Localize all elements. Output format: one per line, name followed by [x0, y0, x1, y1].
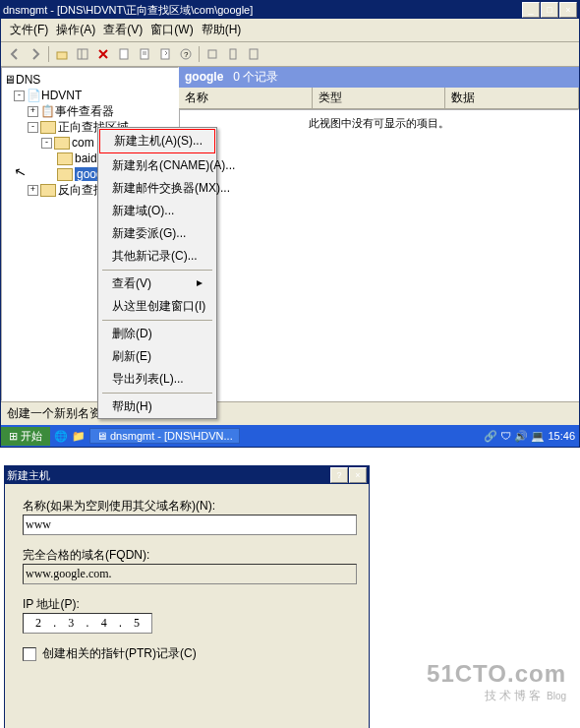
svg-rect-3: [120, 49, 128, 59]
svg-rect-0: [57, 52, 67, 59]
context-menu: 新建主机(A)(S)... 新建别名(CNAME)(A)... 新建邮件交换器(…: [97, 127, 217, 419]
name-input[interactable]: [23, 515, 357, 535]
ptr-label: 创建相关的指针(PTR)记录(C): [42, 645, 197, 662]
tray-time[interactable]: 15:46: [548, 430, 575, 442]
menu-view[interactable]: 查看(V): [100, 21, 145, 39]
svg-rect-5: [161, 49, 169, 59]
system-tray: 🔗 🛡 🔊 💻 15:46: [480, 430, 579, 443]
taskbar-task[interactable]: 🖥 dnsmgmt - [DNS\HDVN...: [89, 428, 240, 444]
start-button[interactable]: ⊞ 开始: [1, 427, 50, 446]
ip-input[interactable]: . . .: [23, 613, 152, 634]
svg-rect-9: [230, 49, 236, 59]
empty-message: 此视图中没有可显示的项目。: [309, 117, 449, 129]
quicklaunch-explorer-icon[interactable]: 📁: [72, 430, 86, 443]
column-headers: 名称 类型 数据: [179, 88, 579, 109]
svg-rect-1: [78, 49, 87, 59]
ip-label: IP 地址(P):: [23, 596, 351, 613]
tool-button-3[interactable]: [244, 44, 263, 64]
tool-button-2[interactable]: [223, 44, 243, 64]
fqdn-label: 完全合格的域名(FQDN):: [23, 547, 351, 564]
ip-octet-4[interactable]: [122, 614, 151, 633]
menu-new-other[interactable]: 其他新记录(C)...: [98, 245, 216, 268]
mmc-window: dnsmgmt - [DNS\HDVNT\正向查找区域\com\google] …: [0, 0, 580, 448]
status-bar: 创建一个新别名资源记录。: [1, 401, 579, 425]
ip-octet-1[interactable]: [24, 614, 53, 633]
taskbar: ⊞ 开始 🌐 📁 🖥 dnsmgmt - [DNS\HDVN... 🔗 🛡 🔊 …: [1, 425, 579, 447]
menu-refresh[interactable]: 刷新(E): [98, 345, 216, 368]
tray-icon[interactable]: 🔗: [484, 430, 497, 443]
menu-export[interactable]: 导出列表(L)...: [98, 368, 216, 391]
svg-rect-10: [250, 49, 258, 59]
fqdn-input: [23, 564, 357, 584]
tray-icon[interactable]: 🛡: [500, 430, 511, 442]
help-button[interactable]: ?: [330, 467, 348, 483]
toolbar: ?: [1, 42, 579, 67]
window-title: dnsmgmt - [DNS\HDVNT\正向查找区域\com\google]: [3, 3, 253, 18]
svg-text:?: ?: [184, 50, 189, 59]
maximize-button[interactable]: □: [541, 2, 558, 18]
ptr-checkbox[interactable]: [23, 647, 36, 661]
menu-action[interactable]: 操作(A): [53, 21, 98, 39]
name-label: 名称(如果为空则使用其父域名称)(N):: [23, 498, 351, 515]
col-type[interactable]: 类型: [313, 88, 446, 108]
minimize-button[interactable]: _: [522, 2, 540, 18]
tree-server[interactable]: -📄 HDVNT: [4, 88, 176, 103]
titlebar: dnsmgmt - [DNS\HDVNT\正向查找区域\com\google] …: [1, 1, 579, 19]
menu-new-window[interactable]: 从这里创建窗口(I): [98, 295, 216, 318]
new-host-dialog: 新建主机 ? × 名称(如果为空则使用其父域名称)(N): 完全合格的域名(FQ…: [4, 465, 370, 728]
ip-octet-2[interactable]: [56, 614, 86, 633]
menubar: 文件(F) 操作(A) 查看(V) 窗口(W) 帮助(H): [1, 19, 579, 42]
back-button[interactable]: [5, 44, 25, 64]
dialog-title: 新建主机: [7, 468, 50, 483]
quicklaunch-icon[interactable]: 🌐: [54, 430, 68, 443]
menu-window[interactable]: 窗口(W): [147, 21, 196, 39]
col-name[interactable]: 名称: [179, 88, 313, 108]
dialog-titlebar: 新建主机 ? ×: [5, 466, 369, 484]
close-button[interactable]: ×: [559, 2, 577, 18]
tree-event-viewer[interactable]: +📋 事件查看器: [4, 103, 176, 119]
properties-button[interactable]: [114, 44, 134, 64]
show-tree-button[interactable]: [73, 44, 92, 64]
menu-file[interactable]: 文件(F): [7, 21, 51, 39]
menu-help[interactable]: 帮助(H): [199, 21, 245, 39]
up-button[interactable]: [52, 44, 72, 64]
menu-view[interactable]: 查看(V): [98, 273, 216, 295]
tray-icon[interactable]: 🔊: [514, 430, 528, 443]
svg-rect-8: [208, 50, 216, 58]
col-data[interactable]: 数据: [445, 88, 579, 108]
help-button[interactable]: ?: [176, 44, 196, 64]
delete-button[interactable]: [93, 44, 113, 64]
menu-new-domain[interactable]: 新建域(O)...: [98, 200, 216, 222]
tray-icon[interactable]: 💻: [531, 430, 545, 443]
ptr-checkbox-row[interactable]: 创建相关的指针(PTR)记录(C): [23, 645, 351, 662]
ip-octet-3[interactable]: [89, 614, 119, 633]
export-button[interactable]: [155, 44, 175, 64]
forward-button[interactable]: [26, 44, 45, 64]
records-list: 此视图中没有可显示的项目。: [179, 109, 579, 401]
refresh-button[interactable]: [135, 44, 154, 64]
watermark: 51CTO.com 技术博客 Blog: [427, 660, 566, 704]
menu-new-mx[interactable]: 新建邮件交换器(MX)...: [98, 177, 216, 200]
close-button[interactable]: ×: [349, 467, 367, 483]
menu-delete[interactable]: 删除(D): [98, 323, 216, 345]
menu-new-host[interactable]: 新建主机(A)(S)...: [100, 130, 214, 152]
menu-new-delegation[interactable]: 新建委派(G)...: [98, 222, 216, 245]
tool-button-1[interactable]: [203, 44, 222, 64]
tree-dns[interactable]: 🖥 DNS: [4, 72, 176, 88]
zone-header: google 0 个记录: [179, 67, 579, 88]
menu-help[interactable]: 帮助(H): [98, 395, 216, 418]
menu-new-alias[interactable]: 新建别名(CNAME)(A)...: [98, 154, 216, 177]
